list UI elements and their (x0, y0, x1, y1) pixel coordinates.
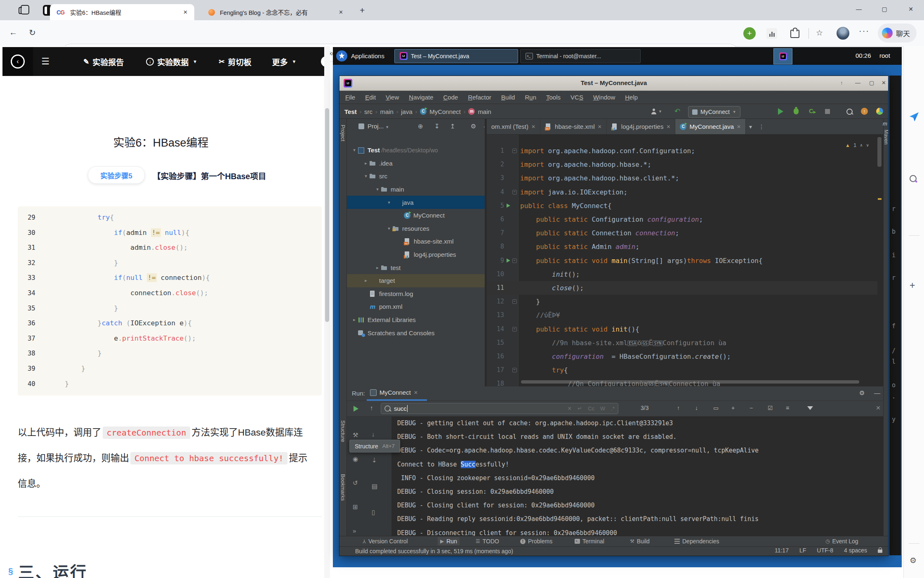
menu-run[interactable]: Run (525, 94, 536, 101)
breadcrumb-item[interactable]: MyConnect (429, 108, 461, 115)
editor-tab-log4j-properties[interactable]: log4j.properties✕ (607, 119, 676, 134)
fold-icon[interactable]: − (512, 368, 517, 372)
tabs-dropdown-icon[interactable]: ▾ (746, 119, 755, 134)
filter-funnel-icon[interactable] (807, 406, 813, 410)
nav-report-button[interactable]: ✎实验报告 (83, 56, 124, 67)
collapse-all-icon[interactable]: ↥ (450, 123, 455, 130)
toolwindow-project-tab[interactable]: Project (340, 125, 346, 141)
build-status-message[interactable]: Build completed successfully in 3 sec, 5… (355, 548, 513, 554)
expand-all-icon[interactable]: ↧ (434, 123, 440, 130)
select-occurrences-icon[interactable]: ☑ (768, 405, 773, 411)
menu-view[interactable]: View (386, 94, 399, 101)
ide-close-button[interactable]: ✕ (882, 80, 886, 86)
window-maximize-button[interactable]: ▢ (872, 0, 897, 18)
refresh-icon[interactable]: ↻ (29, 28, 36, 38)
tray-intellij-icon[interactable] (773, 48, 792, 64)
update-available-icon[interactable]: ↑ (861, 108, 868, 115)
ide-shade-button[interactable]: ↑ (840, 80, 843, 86)
multiline-icon[interactable]: ≡ (786, 405, 789, 411)
browser-tab-active[interactable]: CG 实验6：HBase编程 ✕ (50, 4, 194, 20)
console-tool-icon[interactable]: ⇣ (372, 457, 377, 464)
search-close-icon[interactable]: ✕ (876, 405, 881, 411)
step-badge[interactable]: 实验步骤5 (88, 166, 145, 184)
menu-vcs[interactable]: VCS (570, 94, 583, 101)
rerun-button[interactable] (354, 406, 358, 412)
console-tab-close-icon[interactable]: ✕ (414, 390, 418, 396)
menu-code[interactable]: Code (443, 94, 458, 101)
bottom-tab-build[interactable]: ⚒Build (627, 537, 652, 545)
console-tool-icon[interactable]: ⊞ (353, 503, 358, 511)
profile-avatar[interactable] (837, 27, 849, 40)
console-search-input[interactable]: succ ✕↵CcW.* (381, 403, 618, 414)
section-anchor-link[interactable]: § (8, 566, 13, 576)
indent-setting[interactable]: 4 spaces (844, 547, 867, 554)
menu-refactor[interactable]: Refactor (468, 94, 491, 101)
tree-item-test[interactable]: ▾Test /headless/Desktop/wo (347, 144, 485, 157)
tree-item-external-libraries[interactable]: ▸External Libraries (347, 313, 485, 327)
tree-item-java[interactable]: ▾java (347, 196, 485, 209)
copilot-button[interactable]: 聊天 (878, 24, 917, 43)
editor-vscrollbar-thumb[interactable] (877, 137, 882, 167)
editor-tab-myconnect-java[interactable]: CMyConnect.java✕ (675, 119, 746, 134)
run-line-icon[interactable] (507, 258, 510, 263)
tree-item--idea[interactable]: ▸.idea (347, 157, 485, 170)
console-tool-icon[interactable]: ◉ (353, 455, 358, 463)
window-minimize-button[interactable]: — (846, 0, 871, 18)
toolwindow-maven-tab[interactable]: Maven (883, 130, 889, 144)
tree-item-firestorm-log[interactable]: firestorm.log (347, 287, 485, 301)
ide-titlebar[interactable]: Test – MyConnect.java ↑ — ▢ ✕ (339, 76, 888, 91)
tab1-close-icon[interactable]: ✕ (183, 9, 188, 15)
line-ending[interactable]: LF (799, 547, 806, 554)
back-icon[interactable]: ← (9, 28, 17, 37)
lesson-catalog-icon[interactable]: ☰ (33, 47, 58, 76)
search-prev-icon[interactable]: ↑ (370, 404, 373, 411)
run-button[interactable] (778, 108, 783, 115)
bottom-tab-problems[interactable]: !Problems (518, 537, 555, 545)
encoding[interactable]: UTF-8 (817, 547, 833, 554)
console-tool-icon[interactable]: » (353, 527, 356, 534)
workspaces-icon[interactable] (21, 5, 31, 16)
page-scrollbar-thumb[interactable] (325, 108, 329, 322)
console-tool-icon[interactable]: ↓ (372, 431, 375, 438)
search-everywhere-icon[interactable] (846, 109, 853, 116)
menu-file[interactable]: File (345, 94, 355, 101)
menu-build[interactable]: Build (501, 94, 515, 101)
nav-user-icon[interactable]: ▼ (651, 104, 662, 119)
menu-tools[interactable]: Tools (546, 94, 561, 101)
run-line-icon[interactable] (507, 204, 510, 208)
panel-settings-gear-icon[interactable]: ⚙ (471, 123, 476, 130)
remove-occurrence-icon[interactable]: − (750, 405, 753, 411)
sidebar-add-icon[interactable]: + (910, 280, 915, 291)
search-newline-icon[interactable]: ↵ (578, 405, 582, 412)
nav-data-button[interactable]: ↓实验数据▼ (146, 56, 197, 67)
bottom-tab-event-log[interactable]: ◷Event Log (823, 537, 861, 545)
tree-item-scratches-and-consoles[interactable]: Scratches and Consoles (347, 326, 485, 339)
tree-item-src[interactable]: ▾src (347, 170, 485, 183)
project-view-select[interactable]: Proj... ▼ (368, 123, 389, 130)
tree-item-test[interactable]: ▸test (347, 261, 485, 274)
select-all-occurrences-icon[interactable]: ▭ (713, 405, 719, 411)
toolwindow-structure-tab[interactable]: Structure (340, 420, 346, 442)
console-tool-icon[interactable]: ▯ (372, 509, 375, 516)
bottom-tab-dependencies[interactable]: Dependencies (672, 537, 722, 545)
match-case-icon[interactable]: Cc (588, 405, 594, 412)
menu-help[interactable]: Help (625, 94, 638, 101)
tab-close-icon[interactable]: ✕ (598, 124, 602, 130)
settings-more-icon[interactable]: ··· (859, 26, 870, 36)
tab-close-icon[interactable]: ✕ (737, 124, 741, 130)
sidebar-settings-gear-icon[interactable]: ⚙ (910, 556, 917, 565)
bottom-tab-todo[interactable]: ☰TODO (473, 537, 502, 545)
editor-hscrollbar-thumb[interactable] (521, 380, 859, 384)
tree-item-log4j-properties[interactable]: log4j.properties (347, 248, 485, 261)
debug-button[interactable] (794, 108, 799, 114)
ide-maximize-button[interactable]: ▢ (869, 80, 874, 86)
tree-item-target[interactable]: ▸target (347, 274, 485, 287)
browser-tab-inactive[interactable]: Fengling's Blog - 念念不忘，必有 ✕ (204, 4, 346, 20)
breadcrumb-item[interactable]: main (478, 108, 491, 115)
tree-item-main[interactable]: ▾main (347, 183, 485, 196)
new-tab-button[interactable]: + (360, 5, 365, 15)
editor-tab-om-xml-test-[interactable]: om.xml (Test)✕ (487, 119, 540, 134)
menu-window[interactable]: Window (593, 94, 615, 101)
tree-item-resources[interactable]: ▾resources (347, 222, 485, 235)
add-occurrence-icon[interactable]: + (731, 405, 735, 411)
